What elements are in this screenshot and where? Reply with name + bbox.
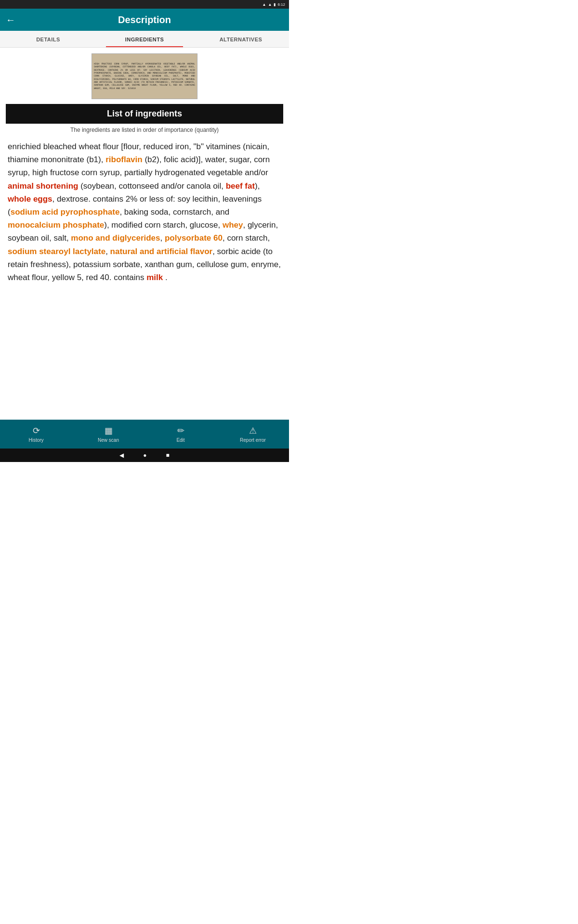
report-error-label: Report error [240, 437, 266, 443]
tab-ingredients[interactable]: INGREDIENTS [96, 31, 193, 47]
header: ← Description [0, 9, 289, 31]
signal-icon: ▲ [268, 2, 272, 7]
tab-alternatives[interactable]: ALTERNATIVES [193, 31, 289, 47]
mono-diglycerides-highlight: mono and diglycerides [71, 233, 160, 243]
nav-history[interactable]: ⟳ History [0, 425, 72, 443]
ingredient-image-container: HIGH FRUCTOSE CORN SYRUP, PARTIALLY HYDR… [0, 48, 289, 104]
whole-eggs-highlight: whole eggs [8, 194, 53, 204]
history-label: History [28, 437, 43, 443]
sys-back-button[interactable]: ◀ [119, 452, 124, 459]
ingredients-subtitle: The ingredients are listed in order of i… [0, 124, 289, 134]
header-title: Description [118, 14, 171, 26]
back-button[interactable]: ← [6, 14, 15, 26]
nav-report-error[interactable]: ⚠ Report error [217, 425, 289, 443]
ingredients-body-text: enrichied bleached wheat flour [flour, r… [0, 134, 289, 292]
edit-icon: ✏ [177, 425, 184, 436]
time: 6:12 [277, 2, 285, 7]
ingredients-content: HIGH FRUCTOSE CORN SYRUP, PARTIALLY HYDR… [0, 48, 289, 416]
animal-shortening-highlight: animal shortening [8, 181, 78, 191]
tab-bar: DETAILS INGREDIENTS ALTERNATIVES [0, 31, 289, 48]
report-error-icon: ⚠ [249, 425, 257, 436]
natural-artificial-flavor-highlight: natural and artificial flavor [110, 247, 213, 256]
battery-icon: ▮ [274, 2, 276, 7]
nav-new-scan[interactable]: ▦ New scan [72, 425, 144, 443]
new-scan-label: New scan [98, 437, 119, 443]
bottom-nav: ⟳ History ▦ New scan ✏ Edit ⚠ Report err… [0, 420, 289, 449]
polysorbate-60-highlight: polysorbate 60 [165, 233, 223, 243]
new-scan-icon: ▦ [105, 425, 113, 436]
beef-fat-highlight: beef fat [226, 181, 255, 191]
sys-recent-button[interactable]: ■ [166, 452, 170, 459]
whey-highlight: whey [223, 220, 243, 230]
milk-highlight: milk [146, 273, 163, 282]
monocalcium-phosphate-highlight: monocalcium phosphate [8, 220, 104, 230]
history-icon: ⟳ [33, 425, 40, 436]
ingredient-label-image: HIGH FRUCTOSE CORN SYRUP, PARTIALLY HYDR… [92, 53, 197, 99]
sodium-acid-pyrophosphate-highlight: sodium acid pyrophosphate [11, 207, 120, 217]
sys-home-button[interactable]: ● [143, 452, 146, 459]
riboflavin-highlight: riboflavin [105, 155, 143, 164]
system-nav-bar: ◀ ● ■ [0, 449, 289, 462]
tab-details[interactable]: DETAILS [0, 31, 96, 47]
sodium-stearoyl-lactylate-highlight: sodium stearoyl lactylate [8, 247, 105, 256]
wifi-icon: ▲ [263, 2, 266, 7]
edit-label: Edit [176, 437, 184, 443]
list-of-ingredients-header: List of ingredients [6, 104, 283, 124]
nav-edit[interactable]: ✏ Edit [144, 425, 217, 443]
status-bar: ▲ ▲ ▮ 6:12 [0, 0, 289, 9]
